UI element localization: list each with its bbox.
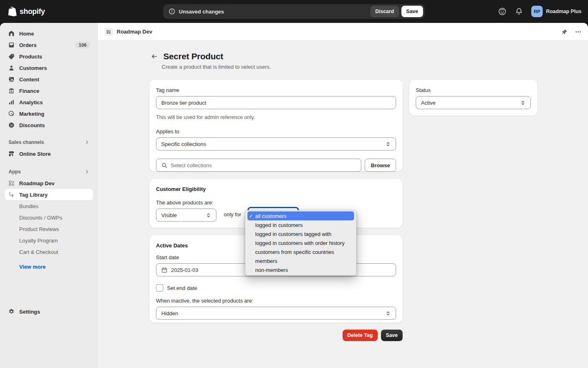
sidebar-item-settings[interactable]: Settings	[5, 306, 93, 317]
more-options-icon[interactable]	[575, 29, 581, 35]
status-card: Status Active	[409, 80, 537, 116]
sidebar-item-products[interactable]: Products	[5, 51, 93, 62]
status-select[interactable]: Active	[416, 96, 531, 109]
app-header-title: Roadmap Dev	[117, 29, 152, 35]
dropdown-option-specific-countries[interactable]: customers from specific countries	[245, 247, 356, 256]
sidebar-item-label: Finance	[19, 88, 39, 94]
sidebar-item-analytics[interactable]: Analytics	[5, 96, 93, 108]
save-button[interactable]: Save	[381, 330, 403, 341]
sidebar-item-label: Orders	[19, 42, 37, 48]
dropdown-option-order-history[interactable]: logged in customers with order history	[245, 238, 356, 247]
sidebar-item-online-store[interactable]: Online Store	[5, 148, 93, 159]
sidebar-item-marketing[interactable]: Marketing	[5, 108, 93, 119]
account-name: Roadmap Plus	[546, 9, 581, 14]
sidebar-section-sales-channels[interactable]: Sales channels	[5, 137, 93, 148]
shopify-logo[interactable]: shopify	[8, 7, 45, 16]
dropdown-option-members[interactable]: members	[245, 256, 356, 265]
option-label: non-members	[255, 267, 288, 273]
back-arrow-icon[interactable]	[149, 52, 159, 61]
tag-name-help-text: This will be used for admin reference on…	[156, 113, 396, 121]
sidebar-item-label: Product Reviews	[19, 226, 59, 232]
section-label: Apps	[9, 169, 21, 175]
orders-icon	[8, 42, 15, 48]
page-title: Secret Product	[163, 52, 223, 61]
account-menu[interactable]: RP Roadmap Plus	[531, 6, 581, 17]
sidebar-item-label: Bundles	[19, 203, 38, 209]
products-are-label: The above products are:	[156, 199, 396, 207]
sidebar-item-bundles[interactable]: Bundles	[5, 200, 93, 212]
dropdown-option-all-customers[interactable]: ✓ all customers	[247, 211, 354, 220]
select-caret-icon	[385, 311, 391, 316]
section-label: Sales channels	[9, 139, 44, 145]
collections-search-placeholder: Select collections	[171, 162, 212, 168]
sidebar-item-discounts[interactable]: Discounts	[5, 119, 93, 131]
gear-icon	[8, 308, 15, 315]
topbar-save-button[interactable]: Save	[401, 6, 423, 17]
dropdown-option-non-members[interactable]: non-members	[245, 265, 356, 274]
applies-to-select[interactable]: Specific collections	[156, 137, 396, 150]
sidebar-item-discounts-gwps[interactable]: Discounts / GWPs	[5, 212, 93, 223]
sidebar-view-more-link[interactable]: View more	[5, 261, 93, 272]
main-area: Roadmap Dev Secret Product Create a prod…	[98, 23, 588, 368]
delete-tag-button[interactable]: Delete Tag	[343, 330, 378, 341]
when-inactive-value: Hidden	[161, 310, 178, 316]
sidebar-item-label: Roadmap Dev	[19, 180, 55, 186]
collections-search-input[interactable]: Select collections	[156, 159, 361, 172]
sidebar-item-label: Analytics	[19, 99, 43, 105]
sidebar-item-orders[interactable]: Orders 106	[5, 39, 93, 51]
sidebar-item-label: Discounts	[19, 122, 45, 128]
sidebar-item-label: Settings	[19, 309, 40, 315]
discard-button[interactable]: Discard	[370, 6, 399, 17]
start-date-value: 2025-01-03	[171, 267, 198, 273]
pin-icon[interactable]	[561, 29, 568, 35]
eligibility-heading: Customer Eligibility	[156, 185, 396, 193]
notifications-bell-icon[interactable]	[515, 7, 523, 16]
orders-count-badge: 106	[76, 42, 90, 48]
sidebar-section-apps[interactable]: Apps	[5, 166, 93, 177]
sidebar-item-customers[interactable]: Customers	[5, 62, 93, 74]
visibility-select[interactable]: Visible	[156, 209, 216, 222]
sidebar-item-home[interactable]: Home	[5, 28, 93, 39]
select-caret-icon	[385, 141, 391, 147]
option-label: members	[255, 258, 277, 264]
alert-circle-icon	[168, 8, 176, 15]
option-label: logged in customers tagged with	[255, 231, 331, 237]
set-end-date-checkbox-row[interactable]: Set end date	[156, 284, 396, 292]
when-inactive-select[interactable]: Hidden	[156, 307, 396, 320]
customers-icon	[8, 65, 15, 71]
view-more-label: View more	[19, 264, 46, 270]
sidebar-item-product-reviews[interactable]: Product Reviews	[5, 223, 93, 235]
sidebar-item-content[interactable]: Content	[5, 74, 93, 85]
sidebar-item-roadmap-dev[interactable]: Roadmap Dev	[5, 177, 93, 189]
shopify-wordmark: shopify	[20, 7, 45, 16]
select-caret-icon	[206, 213, 211, 218]
sidebar-item-label: Cart & Checkout	[19, 249, 58, 255]
sidebar-item-tag-library[interactable]: Tag Library	[5, 189, 93, 200]
search-icon	[161, 162, 167, 168]
content-icon	[8, 76, 15, 83]
page-actions: Delete Tag Save	[149, 330, 403, 341]
unsaved-changes-status: Unsaved changes	[168, 8, 224, 15]
sidebar-item-loyalty-program[interactable]: Loyalty Program	[5, 235, 93, 246]
sidekick-icon[interactable]	[498, 7, 507, 16]
tag-name-value: Bronze tier product	[161, 100, 206, 106]
tag-name-label: Tag name	[156, 86, 396, 94]
status-value: Active	[421, 100, 435, 106]
option-label: logged in customers with order history	[255, 240, 345, 246]
browse-button[interactable]: Browse	[365, 159, 396, 172]
discounts-icon	[8, 122, 15, 128]
elbow-arrow-icon	[8, 191, 15, 198]
dropdown-option-logged-in[interactable]: logged in customers	[245, 220, 356, 229]
applies-to-value: Specific collections	[161, 141, 206, 147]
shopify-bag-icon	[8, 7, 17, 16]
checkbox-unchecked[interactable]	[156, 284, 163, 292]
app-chip-icon	[105, 28, 113, 36]
app-header: Roadmap Dev	[98, 23, 588, 41]
option-label: logged in customers	[255, 222, 303, 228]
sidebar-item-cart-checkout[interactable]: Cart & Checkout	[5, 246, 93, 258]
page-subtitle: Create a product that is limited to sele…	[162, 64, 271, 70]
sidebar-item-finance[interactable]: Finance	[5, 85, 93, 96]
dropdown-option-tagged-with[interactable]: logged in customers tagged with	[245, 229, 356, 238]
marketing-target-icon	[8, 110, 15, 117]
tag-name-input[interactable]: Bronze tier product	[156, 96, 396, 109]
